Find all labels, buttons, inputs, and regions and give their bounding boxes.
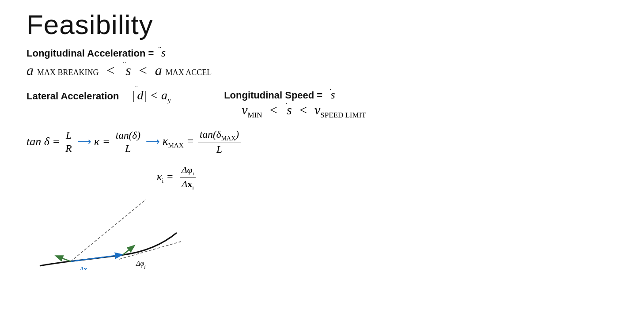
speed-lt2: < [299,102,307,117]
frac-L-R-num: L [64,129,73,142]
frac-L-R: L R [64,129,73,155]
longitudinal-accel-label-row: Longitudinal Acceleration = ¨ ¨s [27,46,617,60]
long-accel-symbol: ¨ ¨s [157,46,166,60]
frac-tan-delta-L: tan(δ) L [114,129,142,155]
a-max-accel: a [155,62,162,79]
svg-line-4 [57,256,71,261]
kappa-max-lhs: κMAX = [163,135,197,149]
two-col-row: Lateral Acceleration | ¨ ¨d | < ay Longi… [27,88,617,120]
lateral-accel-row: Lateral Acceleration | ¨ ¨d | < ay [27,88,171,104]
dot-s-speed: · ·s [285,102,292,117]
curvature-diagram: Δxi Δφi [27,173,239,270]
frac-tan-delta-max-L-den: L [215,143,224,155]
arrow2: ⟶ [146,136,160,147]
svg-text:Δφi: Δφi [136,260,146,270]
frac-tan-delta-max-L-num: tan(δMAX) [198,128,241,143]
long-speed-inequality: vMIN < · ·s < vSPEED LIMIT [224,102,366,120]
tan-delta: tan δ = [27,135,63,148]
speed-lt1: < [269,102,278,117]
frac-tan-delta-L-num: tan(δ) [114,129,142,142]
a-max-breaking: a [27,62,34,79]
frac-tan-delta-L-den: L [123,142,133,155]
lt2: < [139,62,147,79]
longitudinal-speed-col: Longitudinal Speed = · ·s vMIN < · ·s < … [224,88,366,120]
svg-line-0 [71,200,146,261]
v-min-sub: MIN [247,111,262,119]
v-speed-limit: v [314,102,320,117]
arrow1: ⟶ [77,136,91,147]
svg-line-2 [71,255,121,261]
max-accel-sub: MAX ACCEL [166,68,212,77]
lt1: < [107,62,115,79]
frac-L-R-den: R [64,142,73,155]
long-speed-symbol: · ·s [329,88,335,102]
frac-tan-delta-max-L: tan(δMAX) L [198,128,241,155]
long-accel-inequality: aMAX BREAKING < ¨ ¨s < aMAX ACCEL [27,62,617,79]
lateral-formula: | ¨ ¨d | < ay [132,88,171,104]
max-breaking-sub: MAX BREAKING [37,68,99,77]
v-speed-limit-sub: SPEED LIMIT [320,111,366,119]
ddot-s: ¨ ¨s [123,62,131,79]
bottom-section: κi = Δφi Δxi Δxi Δφi [27,160,617,261]
long-accel-label: Longitudinal Acceleration = [27,48,154,59]
svg-text:Δxi: Δxi [79,265,89,270]
longitudinal-speed-label-row: Longitudinal Speed = · ·s [224,88,366,102]
v-min: v [242,102,247,117]
page-container: Feasibility Longitudinal Acceleration = … [0,0,644,325]
lateral-accel-col: Lateral Acceleration | ¨ ¨d | < ay [27,88,171,104]
long-speed-label: Longitudinal Speed = [224,90,322,101]
lateral-accel-label: Lateral Acceleration [27,91,119,102]
curvature-formula-row: tan δ = L R ⟶ κ = tan(δ) L ⟶ κMAX = tan(… [27,128,617,155]
page-title: Feasibility [27,9,617,40]
kappa-eq: κ = [94,135,113,148]
